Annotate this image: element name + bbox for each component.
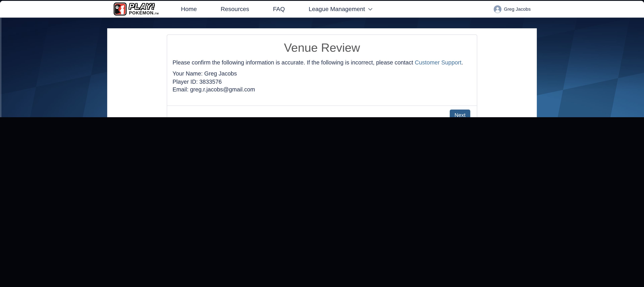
- user-name: Greg Jacobs: [504, 6, 531, 11]
- nav-resources[interactable]: Resources: [220, 6, 249, 12]
- chevron-down-icon: [368, 6, 372, 10]
- intro-text: Please confirm the following information…: [172, 59, 472, 66]
- nav-faq[interactable]: FAQ: [273, 6, 285, 12]
- field-your-name: Your Name: Greg Jacobs: [172, 70, 472, 78]
- browser-window: PLAY! POKÉMON.TM Home Resources FAQ Leag…: [0, 1, 644, 117]
- content-panel: Venue Review Please confirm the followin…: [107, 28, 537, 117]
- user-menu[interactable]: Greg Jacobs: [494, 5, 531, 13]
- play-pokemon-logo[interactable]: PLAY! POKÉMON.TM: [113, 2, 159, 15]
- user-avatar-icon: [494, 5, 502, 13]
- left-edge-highlight: [0, 17, 1, 117]
- screen: PLAY! POKÉMON.TM Home Resources FAQ Leag…: [0, 0, 644, 117]
- logo-pokemon-text: POKÉMON.TM: [129, 10, 159, 15]
- field-player-id: Player ID: 3833576: [172, 78, 472, 86]
- logo-wordmark: PLAY! POKÉMON.TM: [129, 3, 159, 15]
- logo-play-text: PLAY!: [129, 3, 159, 9]
- field-email: Email: greg.r.jacobs@gmail.com: [172, 86, 472, 94]
- page-title: Venue Review: [172, 40, 472, 55]
- nav-league-management[interactable]: League Management: [309, 6, 372, 12]
- play-pokemon-badge-icon: [113, 2, 127, 15]
- main-nav: Home Resources FAQ League Management: [181, 6, 372, 12]
- customer-support-link[interactable]: Customer Support: [415, 59, 461, 66]
- next-button[interactable]: Next: [450, 109, 470, 117]
- card-body: Venue Review Please confirm the followin…: [167, 35, 477, 105]
- site-header: PLAY! POKÉMON.TM Home Resources FAQ Leag…: [0, 1, 644, 17]
- nav-home[interactable]: Home: [181, 6, 197, 12]
- card-footer: Next: [167, 105, 477, 117]
- venue-review-card: Venue Review Please confirm the followin…: [167, 34, 477, 117]
- player-info: Your Name: Greg Jacobs Player ID: 383357…: [172, 70, 472, 94]
